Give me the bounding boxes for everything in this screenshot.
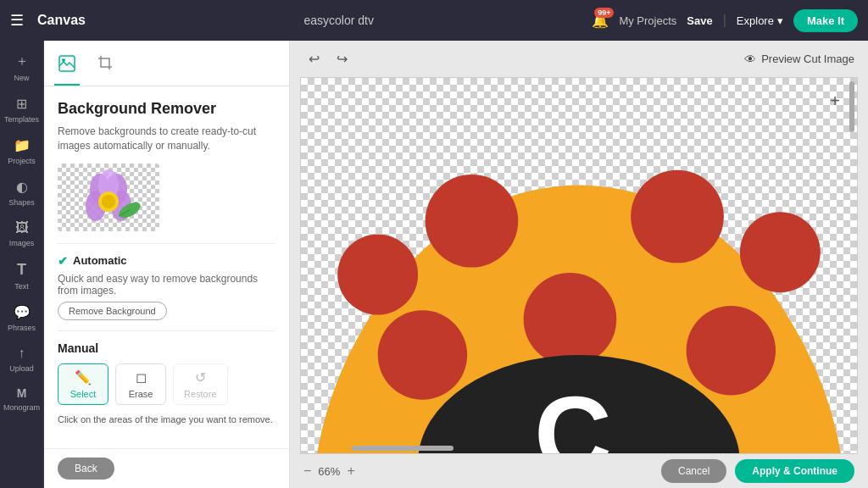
projects-icon: 📁 — [14, 137, 31, 153]
auto-section: ✔ Automatic Quick and easy way to remove… — [58, 254, 275, 320]
zoom-out-button[interactable]: − — [303, 463, 311, 479]
svg-point-14 — [426, 175, 519, 268]
panel-heading: Background Remover — [58, 100, 275, 118]
footer-actions: Cancel Apply & Continue — [661, 459, 854, 483]
canvas-footer: − 66% + Cancel Apply & Continue — [290, 454, 868, 488]
select-label: Select — [70, 389, 97, 399]
preview-cut-label: Preview Cut Image — [761, 53, 854, 65]
sidebar-item-text-label: Text — [14, 282, 29, 291]
zoom-controls: − 66% + — [303, 463, 355, 479]
svg-point-18 — [524, 273, 617, 366]
erase-label: Erase — [129, 389, 153, 399]
makeit-button[interactable]: Make It — [793, 9, 858, 32]
auto-header: ✔ Automatic — [58, 254, 275, 268]
images-icon: 🖼 — [15, 220, 29, 236]
upload-icon: ↑ — [19, 346, 25, 361]
remove-background-button[interactable]: Remove Background — [58, 302, 167, 320]
tool-restore: ↺ Restore — [173, 363, 228, 405]
chevron-down-icon: ▾ — [777, 14, 783, 27]
sidebar-item-new-label: New — [14, 74, 29, 82]
svg-point-20 — [337, 235, 418, 315]
sidebar-item-projects-label: Projects — [8, 157, 36, 165]
explore-label: Explore — [737, 14, 774, 27]
panel-content: Background Remover Remove backgrounds to… — [44, 86, 289, 448]
canvas-area: ↩ ↪ 👁 Preview Cut Image — [290, 41, 868, 488]
svg-point-8 — [102, 195, 115, 208]
sidebar-item-text[interactable]: T Text — [3, 256, 41, 296]
canvas-toolbar-left: ↩ ↪ — [303, 47, 353, 70]
sidebar-item-upload[interactable]: ↑ Upload — [3, 341, 41, 378]
cancel-button[interactable]: Cancel — [661, 459, 726, 483]
preview-cut-icon: 👁 — [744, 53, 756, 66]
restore-tool-icon: ↺ — [195, 369, 206, 385]
text-icon: T — [17, 261, 26, 279]
my-projects-link[interactable]: My Projects — [619, 14, 676, 27]
manual-section: Manual ✏️ Select ◻ Erase ↺ Restore C — [58, 341, 275, 426]
templates-icon: ⊞ — [16, 96, 27, 112]
shapes-icon: ◐ — [16, 179, 28, 195]
svg-point-15 — [631, 170, 724, 263]
apply-continue-button[interactable]: Apply & Continue — [735, 459, 854, 483]
horizontal-scrollbar[interactable] — [301, 445, 857, 452]
topnav: ☰ Canvas easycolor dtv 🔔 99+ My Projects… — [0, 0, 868, 41]
section-divider — [58, 243, 275, 244]
sidebar-item-templates[interactable]: ⊞ Templates — [3, 91, 41, 129]
preview-cut-button[interactable]: 👁 Preview Cut Image — [744, 53, 854, 66]
sidebar-item-monogram[interactable]: M Monogram — [3, 381, 41, 417]
redo-button[interactable]: ↪ — [331, 47, 353, 70]
sidebar-item-templates-label: Templates — [4, 115, 39, 124]
canvas-image: C — [301, 78, 857, 453]
canvas-viewport[interactable]: C + — [300, 77, 858, 454]
select-tool-icon: ✏️ — [75, 369, 92, 385]
save-button[interactable]: Save — [687, 14, 712, 27]
zoom-plus-canvas[interactable]: + — [830, 92, 840, 111]
restore-label: Restore — [184, 389, 217, 399]
zoom-level: 66% — [318, 465, 340, 478]
sidebar-item-new[interactable]: ＋ New — [3, 47, 41, 87]
phrases-icon: 💬 — [14, 304, 31, 320]
tool-select[interactable]: ✏️ Select — [58, 363, 108, 405]
zoom-in-button[interactable]: + — [347, 463, 354, 479]
erase-tool-icon: ◻ — [136, 369, 147, 385]
sidebar-item-images[interactable]: 🖼 Images — [3, 215, 41, 252]
svg-text:C: C — [534, 374, 611, 453]
panel-subtext: Remove backgrounds to create ready-to-cu… — [58, 125, 275, 153]
tool-erase[interactable]: ◻ Erase — [115, 363, 166, 405]
auto-label: Automatic — [73, 254, 127, 267]
main-layout: ＋ New ⊞ Templates 📁 Projects ◐ Shapes 🖼 … — [0, 41, 868, 488]
section-divider-2 — [58, 330, 275, 331]
menu-icon[interactable]: ☰ — [10, 11, 24, 30]
horizontal-scrollbar-thumb[interactable] — [352, 446, 453, 451]
notification-badge: 99+ — [594, 8, 614, 18]
svg-point-16 — [378, 310, 467, 399]
undo-button[interactable]: ↩ — [303, 47, 325, 70]
manual-tools: ✏️ Select ◻ Erase ↺ Restore — [58, 363, 275, 405]
svg-point-17 — [687, 306, 776, 395]
tab-bg-remover[interactable] — [54, 47, 80, 86]
notifications-bell[interactable]: 🔔 99+ — [592, 13, 609, 29]
icon-sidebar: ＋ New ⊞ Templates 📁 Projects ◐ Shapes 🖼 … — [0, 41, 44, 488]
back-button[interactable]: Back — [58, 458, 114, 480]
new-icon: ＋ — [15, 53, 29, 70]
explore-menu[interactable]: Explore ▾ — [737, 14, 783, 27]
sidebar-item-shapes[interactable]: ◐ Shapes — [3, 174, 41, 212]
sidebar-item-projects[interactable]: 📁 Projects — [3, 132, 41, 170]
manual-title: Manual — [58, 341, 275, 355]
vertical-scrollbar[interactable] — [849, 78, 855, 453]
project-title: easycolor dtv — [99, 14, 578, 27]
tab-crop[interactable] — [93, 47, 119, 86]
auto-checkmark-icon: ✔ — [58, 254, 68, 268]
topnav-right: 🔔 99+ My Projects Save | Explore ▾ Make … — [592, 9, 858, 32]
preview-image — [58, 164, 159, 231]
canvas-toolbar: ↩ ↪ 👁 Preview Cut Image — [290, 41, 868, 77]
vertical-scrollbar-thumb[interactable] — [849, 81, 854, 132]
sidebar-item-upload-label: Upload — [9, 364, 34, 373]
sidebar-item-phrases-label: Phrases — [8, 324, 36, 332]
sidebar-item-phrases[interactable]: 💬 Phrases — [3, 299, 41, 337]
auto-description: Quick and easy way to remove backgrounds… — [58, 273, 275, 297]
sidebar-item-shapes-label: Shapes — [8, 198, 35, 207]
sidebar-item-images-label: Images — [9, 239, 35, 247]
panel: Background Remover Remove backgrounds to… — [44, 41, 290, 488]
click-instruction: Click on the areas of the image you want… — [58, 413, 275, 426]
svg-point-19 — [740, 212, 821, 292]
